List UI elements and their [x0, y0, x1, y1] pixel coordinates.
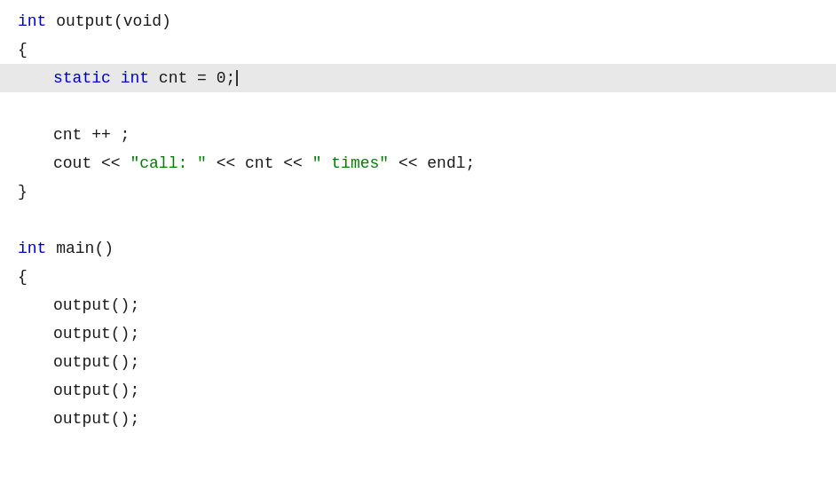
code-token-11-0: output();	[53, 293, 139, 319]
code-line-2: {	[0, 35, 836, 64]
code-token-5-0: cnt ++ ;	[53, 122, 130, 148]
code-line-1: int output(void)	[0, 7, 836, 35]
code-line-8	[0, 206, 836, 234]
code-line-3: static int cnt = 0;	[0, 64, 836, 92]
code-token-3-0: static	[53, 66, 111, 91]
code-line-13: output();	[0, 348, 836, 376]
code-token-6-4: << endl;	[389, 151, 475, 177]
code-token-13-0: output();	[53, 350, 139, 375]
code-line-15: output();	[0, 405, 836, 433]
code-token-1-0: int	[18, 9, 46, 35]
cursor	[236, 70, 238, 86]
code-line-4	[0, 92, 836, 121]
code-token-6-3: " times"	[312, 151, 389, 177]
code-token-12-0: output();	[53, 321, 139, 347]
code-token-10-0: {	[18, 264, 28, 290]
code-token-3-2: int	[121, 66, 149, 91]
code-token-3-1	[111, 66, 121, 91]
code-line-11: output();	[0, 291, 836, 319]
code-line-10: {	[0, 263, 836, 291]
code-editor[interactable]: int output(void){static int cnt = 0;cnt …	[0, 0, 836, 504]
code-line-9: int main()	[0, 234, 836, 263]
code-token-1-1: output(void)	[46, 9, 170, 35]
code-line-6: cout << "call: " << cnt << " times" << e…	[0, 149, 836, 177]
code-token-2-0: {	[18, 37, 28, 63]
code-token-15-0: output();	[53, 406, 139, 432]
code-token-14-0: output();	[53, 378, 139, 404]
code-line-5: cnt ++ ;	[0, 121, 836, 149]
code-token-6-1: "call: "	[130, 151, 206, 177]
code-line-14: output();	[0, 376, 836, 405]
code-line-12: output();	[0, 319, 836, 348]
code-line-7: }	[0, 177, 836, 206]
code-token-9-0: int	[18, 236, 46, 262]
code-token-6-2: << cnt <<	[207, 151, 312, 177]
code-token-3-3: cnt = 0;	[149, 66, 235, 91]
code-token-7-0: }	[18, 179, 28, 205]
code-token-9-1: main()	[46, 236, 114, 262]
code-token-6-0: cout <<	[53, 151, 130, 177]
